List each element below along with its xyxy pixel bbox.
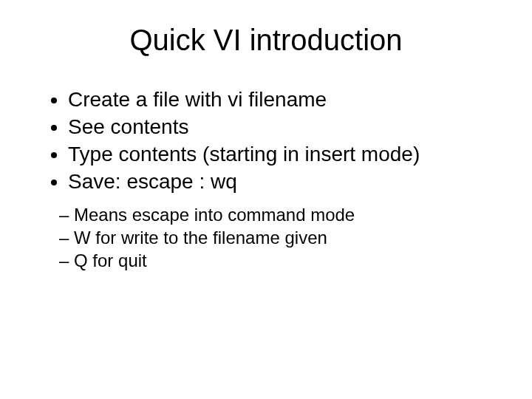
main-bullet-list: Create a file with vi filename See conte… — [30, 86, 502, 194]
bullet-item: Save: escape : wq — [68, 168, 502, 194]
slide: Quick VI introduction Create a file with… — [0, 0, 532, 399]
bullet-item: See contents — [68, 114, 502, 140]
bullet-item: Type contents (starting in insert mode) — [68, 141, 502, 167]
sub-bullet-list: Means escape into command mode W for wri… — [30, 203, 502, 273]
sub-bullet-item: Q for quit — [59, 249, 502, 272]
bullet-item: Create a file with vi filename — [68, 86, 502, 112]
slide-title: Quick VI introduction — [30, 24, 502, 57]
sub-bullet-item: Means escape into command mode — [59, 203, 502, 226]
sub-bullet-item: W for write to the filename given — [59, 226, 502, 249]
